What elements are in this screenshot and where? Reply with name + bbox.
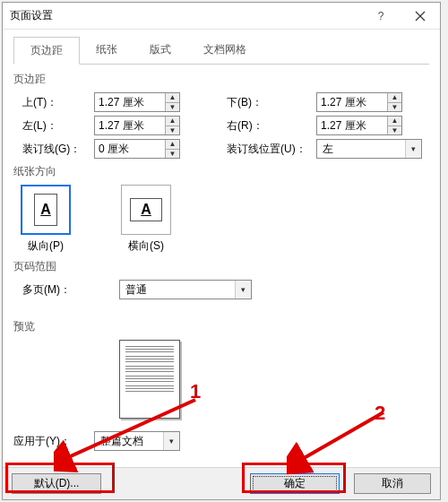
tab-grid[interactable]: 文档网格 [187,37,263,64]
close-icon [415,11,426,22]
top-label: 上(T)： [22,95,94,110]
spinner-arrows[interactable]: ▲▼ [165,93,179,111]
top-input[interactable] [95,93,165,111]
right-label: 右(R)： [227,118,316,134]
orientation-landscape[interactable]: 横向(S) [121,185,171,254]
help-button[interactable]: ? [361,3,401,30]
chevron-down-icon: ▾ [163,432,179,450]
cancel-button[interactable]: 取消 [354,473,431,494]
gutter-pos-label: 装订线位置(U)： [227,142,316,157]
bottom-input[interactable] [317,93,387,111]
gutter-label: 装订线(G)： [22,142,94,157]
gutter-pos-select[interactable]: 左 ▾ [316,139,422,159]
tab-margins[interactable]: 页边距 [13,37,80,65]
spinner-arrows[interactable]: ▲▼ [387,117,401,134]
apply-value: 整篇文档 [95,434,163,449]
dialog-body: 页边距 纸张 版式 文档网格 页边距 上(T)： ▲▼ 下(B)： ▲▼ [3,30,440,458]
portrait-icon [21,185,71,235]
orientation-heading: 纸张方向 [13,164,429,179]
gutter-spinner[interactable]: ▲▼ [94,139,180,159]
right-input[interactable] [317,117,387,134]
left-input[interactable] [95,117,165,134]
tab-layout[interactable]: 版式 [134,37,187,64]
spinner-arrows[interactable]: ▲▼ [165,140,179,158]
ok-button[interactable]: 确定 [250,473,340,494]
left-label: 左(L)： [22,118,94,134]
top-spinner[interactable]: ▲▼ [94,92,180,112]
button-bar: 默认(D)... 确定 取消 [3,467,440,499]
landscape-label: 横向(S) [121,238,171,254]
titlebar: 页面设置 ? [3,3,440,30]
apply-label: 应用于(Y)： [13,434,94,449]
bottom-label: 下(B)： [227,95,316,110]
dialog-title: 页面设置 [10,8,361,23]
close-button[interactable] [401,3,440,30]
margins-heading: 页边距 [13,72,429,87]
multi-label: 多页(M)： [22,282,119,298]
page-setup-dialog: 页面设置 ? 页边距 纸张 版式 文档网格 页边距 上(T)： ▲▼ 下(B)： [2,2,441,500]
left-spinner[interactable]: ▲▼ [94,116,180,135]
spinner-arrows[interactable]: ▲▼ [387,93,401,111]
gutter-input[interactable] [95,140,165,158]
multi-value: 普通 [120,282,235,298]
landscape-icon [121,185,171,235]
preview-heading: 预览 [13,319,429,334]
chevron-down-icon: ▾ [235,281,251,299]
multi-select[interactable]: 普通 ▾ [119,280,252,299]
tab-paper[interactable]: 纸张 [80,37,134,64]
preview-thumbnail [119,340,180,419]
default-button[interactable]: 默认(D)... [12,473,101,494]
portrait-label: 纵向(P) [21,238,71,254]
gutter-pos-value: 左 [317,142,405,157]
apply-select[interactable]: 整篇文档 ▾ [94,431,180,451]
pages-heading: 页码范围 [13,259,429,274]
chevron-down-icon: ▾ [405,140,421,158]
right-spinner[interactable]: ▲▼ [316,116,402,135]
bottom-spinner[interactable]: ▲▼ [316,92,402,112]
orientation-portrait[interactable]: 纵向(P) [21,185,71,254]
tab-bar: 页边距 纸张 版式 文档网格 [13,37,429,65]
spinner-arrows[interactable]: ▲▼ [165,117,179,134]
